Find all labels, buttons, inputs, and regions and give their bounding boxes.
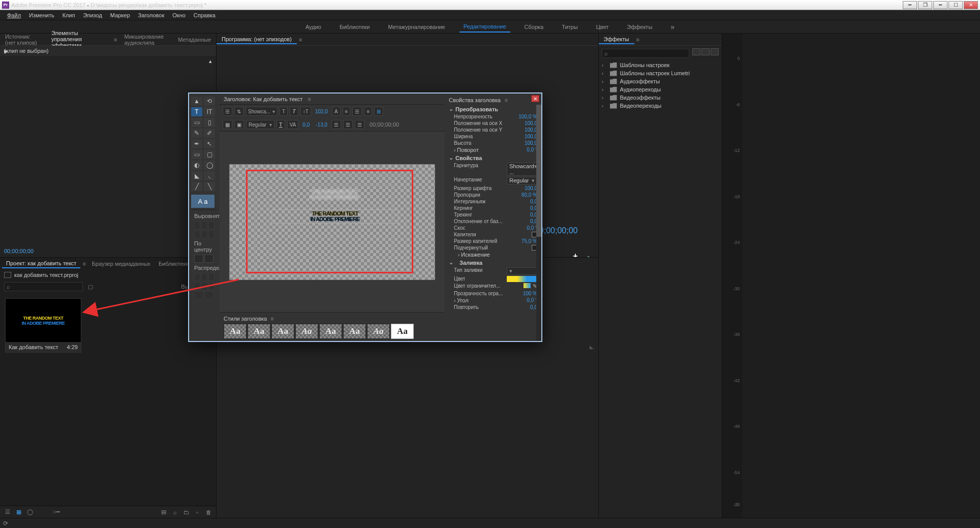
- title-style-5[interactable]: Aa: [319, 324, 342, 339]
- titler-close-button[interactable]: ✕: [531, 95, 539, 102]
- fontfam-select[interactable]: Showcard ...: [507, 163, 537, 176]
- roll-crawl-icon[interactable]: ⇅: [234, 107, 243, 116]
- area-type-icon[interactable]: ▭: [191, 118, 202, 127]
- underline-icon[interactable]: T: [277, 120, 285, 129]
- fx-folder-audio-trans[interactable]: Аудиопереходы: [602, 85, 719, 94]
- ws-audio[interactable]: Аудио: [301, 22, 325, 32]
- minimize-button[interactable]: ━: [903, 1, 917, 9]
- dist8-icon[interactable]: [204, 291, 213, 299]
- fontstyle-select[interactable]: Regular: [507, 177, 537, 184]
- arc-icon[interactable]: ◟: [204, 171, 215, 180]
- freeform-view-icon[interactable]: ◯: [26, 509, 34, 516]
- align-right-text-icon[interactable]: ≡: [364, 107, 372, 116]
- minimize2-button[interactable]: ━: [933, 1, 947, 9]
- find-icon[interactable]: ⌕: [171, 509, 178, 516]
- fx-badge-yuv-icon[interactable]: [711, 48, 719, 55]
- width-value[interactable]: 100,0: [525, 134, 537, 139]
- dist5-icon[interactable]: [201, 282, 207, 290]
- fx-folder-audio-fx[interactable]: Аудиоэффекты: [602, 77, 719, 85]
- panel-menu-icon[interactable]: ≡: [634, 37, 641, 43]
- restore-button[interactable]: ❐: [918, 1, 932, 9]
- font-size-value[interactable]: 102,0: [313, 107, 330, 116]
- rounded-rect-icon[interactable]: ▢: [204, 150, 215, 159]
- slant-value[interactable]: 0,0 °: [527, 225, 537, 231]
- stopopacity-value[interactable]: 100 %: [523, 291, 537, 296]
- project-search-input[interactable]: [4, 282, 83, 291]
- smallcapsize-value[interactable]: 75,0 %: [522, 238, 537, 244]
- effects-search-input[interactable]: [602, 49, 689, 58]
- titler-panel-menu-icon[interactable]: ≡: [305, 96, 313, 102]
- colorstop-swatch[interactable]: [524, 283, 531, 288]
- new-bin-icon[interactable]: 🗀: [182, 509, 190, 516]
- title-type-icon[interactable]: ☰: [223, 107, 232, 116]
- bin-icon[interactable]: ▢: [87, 283, 94, 290]
- rotation-value[interactable]: 0,0 °: [527, 147, 537, 153]
- center-h-icon[interactable]: [194, 255, 203, 263]
- selection-tool-icon[interactable]: ▲: [191, 97, 202, 106]
- templates-icon[interactable]: ▦: [223, 120, 232, 129]
- pen-tool-icon[interactable]: ✒: [191, 139, 202, 148]
- trash-icon[interactable]: 🗑: [205, 509, 212, 516]
- tab-audio-mixer[interactable]: Микширование аудиоклипа: [119, 33, 173, 47]
- align-mid-text-icon[interactable]: ☰: [343, 120, 353, 129]
- dist1-icon[interactable]: [194, 273, 200, 281]
- align-bot-text-icon[interactable]: ☰: [355, 120, 364, 129]
- menu-marker[interactable]: Маркер: [106, 11, 134, 19]
- titler-canvas[interactable]: THE RANDOM TEXT IN ADOBE PREMIERE THE RA…: [220, 132, 445, 312]
- ws-editing[interactable]: Редактирование: [460, 21, 510, 33]
- list-view-icon[interactable]: ☰: [4, 509, 11, 516]
- align-top-icon[interactable]: [194, 230, 200, 238]
- tab-metadata[interactable]: Метаданные: [173, 36, 216, 44]
- ws-metalogging[interactable]: Метажурналирование: [384, 22, 449, 32]
- ws-titles[interactable]: Титры: [558, 22, 581, 32]
- tab-source[interactable]: Источник: (нет клипов): [0, 33, 46, 47]
- fx-badge-accel-icon[interactable]: [692, 48, 700, 55]
- line-icon[interactable]: ╱: [191, 182, 202, 191]
- font-family-select[interactable]: Showca...: [246, 107, 278, 116]
- menu-window[interactable]: Окно: [168, 11, 190, 19]
- menu-clip[interactable]: Клип: [58, 11, 79, 19]
- add-anchor-icon[interactable]: ↖: [204, 139, 215, 148]
- fsize-value[interactable]: 100,0: [525, 185, 537, 191]
- ws-effects[interactable]: Эффекты: [623, 22, 656, 32]
- fx-folder-video-trans[interactable]: Видеопереходы: [602, 102, 719, 110]
- zoom-slider-icon[interactable]: ○━: [53, 509, 60, 516]
- fx-folder-presets[interactable]: Шаблоны настроек: [602, 61, 719, 69]
- menu-sequence[interactable]: Эпизод: [79, 11, 106, 19]
- aspect-value[interactable]: 80,0 %: [522, 192, 537, 198]
- filltype-select[interactable]: [507, 267, 537, 275]
- ws-assembly[interactable]: Сборка: [520, 22, 548, 32]
- ws-libraries[interactable]: Библиотеки: [335, 22, 374, 32]
- posx-value[interactable]: 100,0: [525, 120, 537, 126]
- color-gradient-swatch[interactable]: [507, 276, 537, 282]
- align-bottom-icon[interactable]: [208, 230, 215, 238]
- tab-media-browser[interactable]: Браузер медиаданных: [88, 260, 155, 268]
- section-transform[interactable]: Преобразовать: [445, 105, 541, 113]
- dist7-icon[interactable]: [194, 291, 203, 299]
- align-top-text-icon[interactable]: ☰: [331, 120, 341, 129]
- path-type-icon[interactable]: ✎: [191, 129, 202, 138]
- title-style-3[interactable]: Aa: [271, 324, 294, 339]
- source-timecode[interactable]: 00;00;00;00: [4, 248, 34, 254]
- status-sync-icon[interactable]: ⟳: [3, 520, 8, 527]
- align-vcenter-icon[interactable]: [201, 230, 207, 238]
- menu-title[interactable]: Заголовок: [134, 11, 169, 19]
- align-right-icon[interactable]: [208, 221, 215, 229]
- panel-menu-icon[interactable]: ≡: [112, 37, 119, 43]
- opacity-value[interactable]: 100,0 %: [518, 114, 537, 119]
- angle-value[interactable]: 0,0 °: [527, 297, 537, 303]
- leading-value[interactable]: 0,0: [300, 120, 312, 129]
- tab-effects[interactable]: Эффекты: [599, 35, 634, 44]
- height-value[interactable]: 100,0: [525, 140, 537, 146]
- menu-file[interactable]: Файл: [3, 11, 25, 19]
- show-video-icon[interactable]: ▣: [234, 120, 244, 129]
- clipped-rect-icon[interactable]: ◐: [191, 161, 202, 170]
- dist3-icon[interactable]: [208, 273, 215, 281]
- menu-help[interactable]: Справка: [190, 11, 220, 19]
- title-style-2[interactable]: Aa: [248, 324, 270, 339]
- dist6-icon[interactable]: [208, 282, 215, 290]
- align-left-icon[interactable]: [194, 221, 200, 229]
- scrollbar-thumb[interactable]: [536, 105, 541, 237]
- tab-project[interactable]: Проект: как добавить текст: [2, 259, 80, 268]
- icon-view-icon[interactable]: ▦: [15, 509, 22, 516]
